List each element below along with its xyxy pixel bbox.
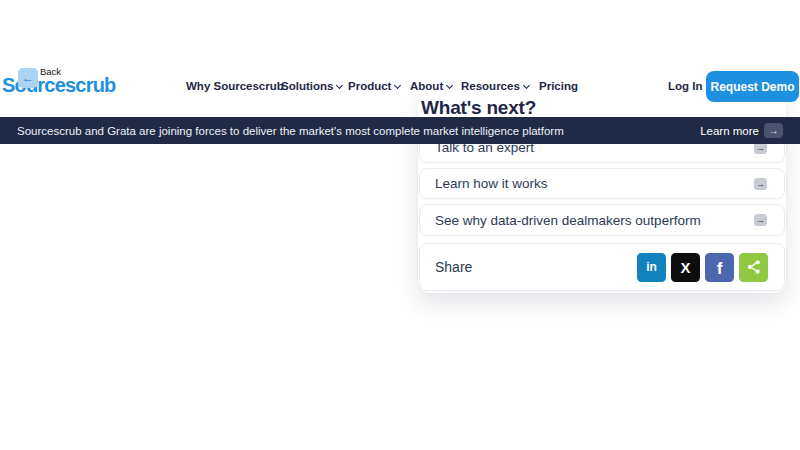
- nav-item-label: Product: [348, 80, 391, 92]
- share-label: Share: [435, 259, 472, 275]
- facebook-share-button[interactable]: f: [705, 253, 734, 282]
- social-buttons: in X f: [637, 253, 768, 282]
- nav-item-product[interactable]: Product: [348, 80, 400, 92]
- announcement-message: Sourcescrub and Grata are joining forces…: [17, 125, 564, 137]
- arrow-right-icon[interactable]: →: [764, 123, 783, 138]
- nav-item-label: Why Sourcescrub: [186, 80, 284, 92]
- arrow-right-icon: →: [754, 178, 767, 190]
- nav-item-pricing[interactable]: Pricing: [539, 80, 578, 92]
- nav-item-about[interactable]: About: [410, 80, 452, 92]
- back-button-label: Back: [40, 66, 61, 77]
- facebook-icon: f: [717, 259, 723, 279]
- nav-item-label: Solutions: [281, 80, 333, 92]
- link-label: Learn how it works: [435, 176, 548, 191]
- back-button[interactable]: ←: [18, 68, 38, 88]
- link-learn-how-it-works[interactable]: Learn how it works →: [419, 168, 785, 199]
- x-twitter-icon: X: [680, 259, 690, 276]
- linkedin-share-button[interactable]: in: [637, 253, 666, 282]
- arrow-left-icon: ←: [22, 71, 34, 85]
- share-row: Share in X f: [419, 243, 785, 291]
- request-demo-button[interactable]: Request Demo: [706, 71, 799, 102]
- arrow-right-icon: →: [754, 214, 767, 226]
- chevron-down-icon: [394, 82, 401, 89]
- chevron-down-icon: [523, 82, 530, 89]
- nav-item-resources[interactable]: Resources: [461, 80, 529, 92]
- chevron-down-icon: [336, 82, 343, 89]
- linkedin-icon: in: [646, 260, 657, 274]
- site-header: Sourcescrub ← Back Why Sourcescrub Solut…: [0, 0, 800, 96]
- announcement-banner: Sourcescrub and Grata are joining forces…: [0, 117, 800, 144]
- link-label: See why data-driven dealmakers outperfor…: [435, 213, 701, 228]
- link-dealmakers-outperform[interactable]: See why data-driven dealmakers outperfor…: [419, 204, 785, 236]
- sharethis-button[interactable]: [739, 253, 768, 282]
- chevron-down-icon: [446, 82, 453, 89]
- share-nodes-icon: [746, 259, 762, 275]
- nav-item-label: About: [410, 80, 443, 92]
- nav-item-label: Pricing: [539, 80, 578, 92]
- x-twitter-share-button[interactable]: X: [671, 253, 700, 282]
- learn-more-link[interactable]: Learn more: [700, 125, 759, 137]
- nav-item-solutions[interactable]: Solutions: [281, 80, 342, 92]
- nav-item-label: Resources: [461, 80, 520, 92]
- nav-item-why-sourcescrub[interactable]: Why Sourcescrub: [186, 80, 284, 92]
- panel-title: What's next?: [421, 97, 536, 119]
- login-link[interactable]: Log In: [668, 80, 703, 92]
